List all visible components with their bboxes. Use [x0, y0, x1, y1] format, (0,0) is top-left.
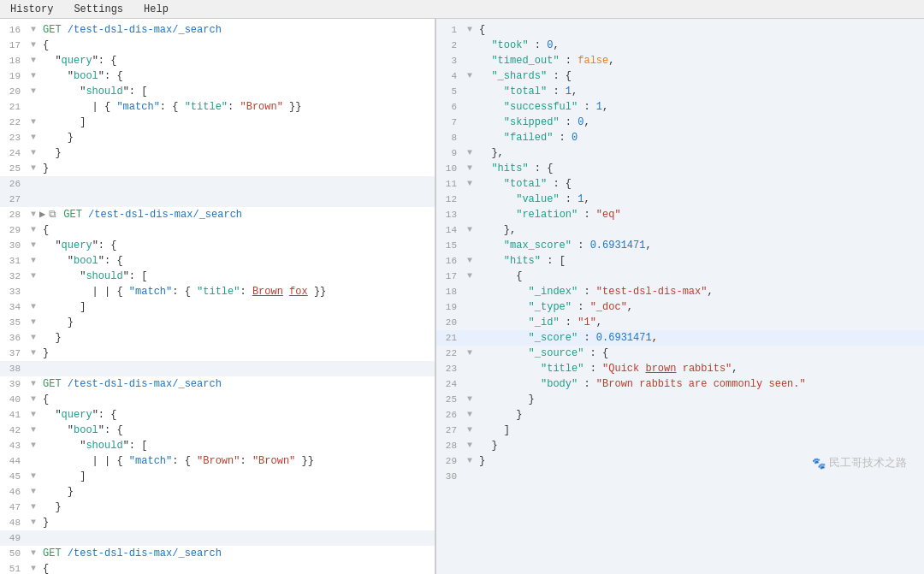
right-line-18: 18 "_index" : "test-dsl-dis-max", — [436, 284, 924, 299]
line-content: ] — [39, 299, 435, 315]
line-number: 23 — [0, 130, 27, 145]
line-number: 1 — [436, 22, 464, 38]
line-number: 29 — [0, 222, 27, 238]
right-line-24: 24 "body" : "Brown rabbits are commonly … — [436, 376, 924, 392]
line-gutter: ▼ — [27, 84, 39, 99]
line-gutter: ▼ — [464, 22, 476, 38]
line-number: 24 — [436, 376, 464, 392]
line-content: GET /test-dsl-dis-max/_search — [60, 207, 435, 222]
line-gutter: ▼ — [464, 423, 476, 438]
main-area: 16▼GET /test-dsl-dis-max/_search17▼{18▼ … — [0, 19, 924, 574]
left-code-area: 16▼GET /test-dsl-dis-max/_search17▼{18▼ … — [0, 19, 435, 574]
line-content: } — [39, 346, 435, 361]
line-content: } — [476, 438, 924, 453]
line-content: "hits" : [ — [476, 253, 924, 269]
line-number: 2 — [436, 38, 464, 53]
line-content: "bool": { — [39, 423, 435, 438]
line-content: "bool": { — [39, 68, 435, 84]
line-content: "_score" : 0.6931471, — [476, 330, 924, 346]
right-line-12: 12 "value" : 1, — [436, 192, 924, 207]
line-content: GET /test-dsl-dis-max/_search — [39, 22, 435, 38]
line-gutter: ▼ — [464, 346, 476, 361]
right-line-19: 19 "_type" : "_doc", — [436, 299, 924, 315]
line-gutter: ▼ — [27, 222, 39, 238]
line-content: "max_score" : 0.6931471, — [476, 238, 924, 253]
line-number: 32 — [0, 269, 27, 284]
play-icon[interactable]: ▶ — [39, 207, 45, 222]
line-gutter: ▼ — [464, 407, 476, 423]
line-gutter: ▼ — [27, 407, 39, 423]
line-content: ] — [39, 469, 435, 484]
left-line-44: 44 | | { "match": { "Brown": "Brown" }} — [0, 453, 435, 469]
line-number: 19 — [0, 68, 27, 84]
menu-settings[interactable]: Settings — [70, 3, 127, 16]
line-number: 25 — [436, 392, 464, 407]
left-line-34: 34▼ ] — [0, 299, 435, 315]
right-panel: 1▼{2 "took" : 0,3 "timed_out" : false,4▼… — [436, 19, 924, 574]
line-content: } — [39, 330, 435, 346]
line-number: 28 — [0, 207, 27, 222]
line-content: } — [39, 515, 435, 530]
left-line-16: 16▼GET /test-dsl-dis-max/_search — [0, 22, 435, 38]
left-line-36: 36▼ } — [0, 330, 435, 346]
right-line-23: 23 "title" : "Quick brown rabbits", — [436, 361, 924, 376]
line-number: 16 — [436, 253, 464, 269]
line-gutter: ▼ — [27, 53, 39, 68]
line-gutter: ▼ — [27, 22, 39, 38]
menu-help[interactable]: Help — [140, 3, 172, 16]
line-gutter: ▼ — [27, 392, 39, 407]
line-gutter: ▼ — [464, 453, 476, 469]
left-line-47: 47▼ } — [0, 500, 435, 515]
right-line-17: 17▼ { — [436, 269, 924, 284]
line-content: }, — [476, 145, 924, 161]
line-number: 7 — [436, 115, 464, 130]
line-content: } — [39, 484, 435, 500]
line-gutter: ▼ — [27, 253, 39, 269]
line-number: 23 — [436, 361, 464, 376]
line-content: { — [476, 22, 924, 38]
line-gutter: ▼ — [27, 546, 39, 561]
left-line-48: 48▼} — [0, 515, 435, 530]
left-line-50: 50▼GET /test-dsl-dis-max/_search — [0, 546, 435, 561]
line-content: "body" : "Brown rabbits are commonly see… — [476, 376, 924, 392]
line-content: } — [476, 392, 924, 407]
line-gutter: ▼ — [27, 515, 39, 530]
left-line-40: 40▼{ — [0, 392, 435, 407]
line-number: 31 — [0, 253, 27, 269]
line-gutter: ▼ — [27, 376, 39, 392]
line-content: "should": [ — [39, 84, 435, 99]
line-number: 48 — [0, 515, 27, 530]
line-content: { — [39, 222, 435, 238]
right-line-26: 26▼ } — [436, 407, 924, 423]
line-number: 34 — [0, 299, 27, 315]
left-line-42: 42▼ "bool": { — [0, 423, 435, 438]
left-line-33: 33 | | { "match": { "title": Brown fox }… — [0, 284, 435, 299]
right-line-15: 15 "max_score" : 0.6931471, — [436, 238, 924, 253]
link-icon[interactable]: ⧉ — [49, 207, 56, 222]
line-number: 38 — [0, 361, 27, 376]
menubar: History Settings Help — [0, 0, 924, 19]
left-line-46: 46▼ } — [0, 484, 435, 500]
line-gutter: ▼ — [27, 500, 39, 515]
right-line-21: 21 "_score" : 0.6931471, — [436, 330, 924, 346]
left-panel: 16▼GET /test-dsl-dis-max/_search17▼{18▼ … — [0, 19, 436, 574]
line-content: GET /test-dsl-dis-max/_search — [39, 376, 435, 392]
line-gutter: ▼ — [464, 145, 476, 161]
line-content: | | { "match": { "Brown": "Brown" }} — [39, 453, 435, 469]
right-line-16: 16▼ "hits" : [ — [436, 253, 924, 269]
line-content: { — [39, 392, 435, 407]
line-content: "skipped" : 0, — [476, 115, 924, 130]
line-number: 4 — [436, 68, 464, 84]
line-number: 12 — [436, 192, 464, 207]
line-content: "total" : { — [476, 176, 924, 192]
line-content: | | { "match": { "title": Brown fox }} — [39, 284, 435, 299]
line-content: "_source" : { — [476, 346, 924, 361]
line-number: 18 — [436, 284, 464, 299]
line-number: 49 — [0, 530, 27, 546]
line-content: ] — [39, 115, 435, 130]
left-line-23: 23▼ } — [0, 130, 435, 145]
line-content: "bool": { — [39, 253, 435, 269]
menu-history[interactable]: History — [7, 3, 56, 16]
right-line-1: 1▼{ — [436, 22, 924, 38]
right-line-30: 30 — [436, 469, 924, 484]
